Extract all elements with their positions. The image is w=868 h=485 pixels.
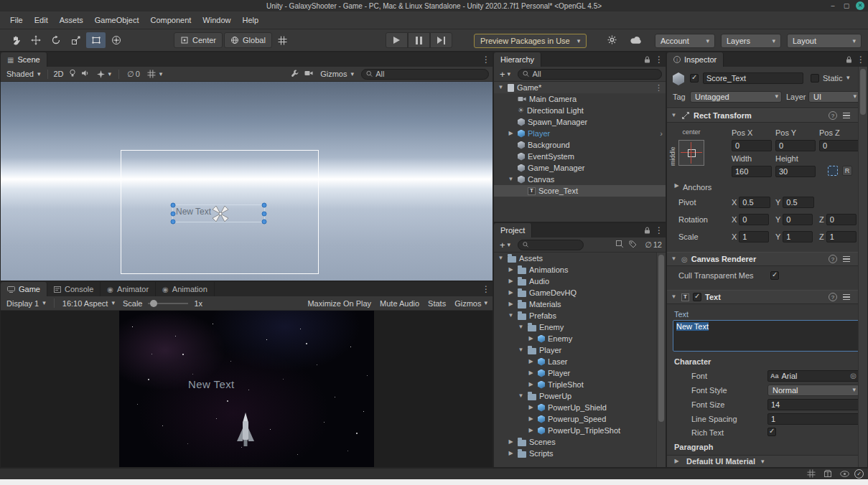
foldout-open-icon[interactable]: ▼: [517, 324, 525, 330]
foldout-closed-icon[interactable]: ▶: [673, 183, 681, 189]
hierarchy-item-background[interactable]: Background: [494, 139, 666, 151]
scene-camera-button[interactable]: [304, 70, 313, 78]
hidden-packages-toggle[interactable]: ∅ 12: [645, 240, 662, 250]
foldout-open-icon[interactable]: ▼: [670, 294, 678, 300]
tag-dropdown[interactable]: Untagged ▾: [690, 91, 782, 103]
services-button[interactable]: [607, 35, 617, 46]
blueprint-mode-button[interactable]: [828, 166, 838, 176]
project-item-materials[interactable]: ▶ Materials: [494, 298, 666, 310]
foldout-open-icon[interactable]: ▼: [507, 313, 515, 319]
minimize-button[interactable]: –: [829, 1, 837, 10]
scale-y-field[interactable]: [783, 231, 813, 242]
scene-search-input[interactable]: [375, 70, 484, 78]
project-item-scripts[interactable]: ▶ Scripts: [494, 448, 666, 459]
close-button[interactable]: ✕: [856, 1, 864, 10]
material-bar[interactable]: ▶ Default UI Material ▾: [667, 455, 867, 467]
scene-audio-toggle[interactable]: [81, 70, 90, 78]
tab-console[interactable]: Console: [47, 282, 101, 296]
pos-y-field[interactable]: [775, 140, 816, 151]
foldout-closed-icon[interactable]: ▶: [527, 382, 535, 387]
project-search-input[interactable]: [532, 240, 579, 249]
layer-dropdown[interactable]: UI ▾: [808, 91, 860, 103]
menu-gameobject[interactable]: GameObject: [89, 13, 145, 27]
pivot-gizmo[interactable]: [210, 203, 231, 226]
hierarchy-item-main-camera[interactable]: Main Camera: [494, 93, 666, 105]
rect-handle[interactable]: [262, 203, 267, 208]
shading-mode-dropdown[interactable]: Shaded ▾: [4, 68, 42, 80]
pos-x-field[interactable]: [732, 140, 772, 151]
foldout-open-icon[interactable]: ▼: [497, 85, 505, 90]
menu-window[interactable]: Window: [197, 13, 236, 27]
text-value-textarea[interactable]: New Text: [673, 320, 859, 352]
menu-assets[interactable]: Assets: [54, 13, 89, 27]
tab-scene[interactable]: ▦ Scene: [1, 52, 47, 67]
hierarchy-item-spawn-manager[interactable]: Spawn_Manager: [494, 116, 666, 128]
scale-tool-button[interactable]: [66, 32, 85, 48]
project-item-powerup-tripleshot-prefab[interactable]: ▶ PowerUp_TripleShot: [494, 425, 666, 436]
foldout-closed-icon[interactable]: ▶: [507, 290, 515, 296]
hierarchy-item-game-manager[interactable]: Game_Manager: [494, 162, 666, 174]
project-item-player-folder[interactable]: ▼ Player: [494, 344, 666, 356]
kebab-icon[interactable]: ⋮: [482, 55, 490, 65]
grid-icon[interactable]: [807, 469, 816, 478]
project-item-laser-prefab[interactable]: ▶ Laser: [494, 356, 666, 367]
project-search[interactable]: [518, 240, 584, 250]
foldout-closed-icon[interactable]: ▶: [527, 359, 535, 364]
hierarchy-search-input[interactable]: [532, 70, 657, 78]
play-button[interactable]: [386, 32, 408, 48]
foldout-closed-icon[interactable]: ▶: [507, 451, 515, 456]
scrollbar-thumb[interactable]: [658, 255, 664, 422]
anchor-preset-widget[interactable]: [678, 140, 704, 166]
foldout-closed-icon[interactable]: ▶: [527, 416, 535, 422]
display-dropdown[interactable]: Display 1 ▾: [4, 297, 48, 309]
menu-file[interactable]: File: [4, 13, 29, 27]
grid-snap-button[interactable]: [273, 32, 292, 48]
pos-z-field[interactable]: [819, 140, 859, 151]
search-by-type-button[interactable]: [616, 240, 624, 250]
menu-edit[interactable]: Edit: [29, 13, 54, 27]
project-item-assets[interactable]: ▼ Assets: [494, 253, 666, 264]
active-checkbox[interactable]: [690, 74, 699, 83]
hierarchy-search[interactable]: [518, 69, 662, 80]
tab-hierarchy[interactable]: Hierarchy: [494, 52, 541, 67]
font-object-field[interactable]: Aa Arial ◎: [767, 370, 859, 382]
static-checkbox[interactable]: [811, 74, 819, 83]
component-enabled-checkbox[interactable]: [693, 293, 701, 301]
account-dropdown[interactable]: Account ▾: [655, 34, 715, 48]
help-icon[interactable]: ?: [829, 255, 837, 263]
search-by-label-button[interactable]: [629, 240, 637, 250]
pan-tool-button[interactable]: [6, 32, 25, 48]
foldout-closed-icon[interactable]: ▶: [507, 131, 515, 136]
pivot-x-field[interactable]: [739, 197, 770, 208]
orientation-mode-button[interactable]: Global: [224, 32, 272, 48]
presets-icon[interactable]: [843, 113, 850, 119]
project-item-powerup-folder[interactable]: ▼ PowerUp: [494, 390, 666, 402]
create-menu-button[interactable]: + ▾: [498, 239, 513, 250]
text-component-header[interactable]: ▼ T Text ? ⋮: [667, 290, 867, 304]
hierarchy-item-directional-light[interactable]: ☀ Directional Light: [494, 105, 666, 116]
preview-packages-dropdown[interactable]: Preview Packages in Use ▾: [474, 34, 587, 48]
scene-tools-button[interactable]: [291, 69, 299, 79]
package-icon[interactable]: [823, 469, 832, 478]
rich-text-checkbox[interactable]: [767, 428, 776, 436]
rect-handle[interactable]: [262, 211, 267, 216]
tab-animator[interactable]: ◉ Animator: [101, 282, 156, 296]
foldout-open-icon[interactable]: ▼: [517, 347, 525, 353]
presets-icon[interactable]: [843, 256, 850, 263]
project-item-audio[interactable]: ▶ Audio: [494, 276, 666, 287]
rotation-z-field[interactable]: [826, 214, 857, 225]
kebab-icon[interactable]: ⋮: [857, 55, 865, 65]
hierarchy-item-canvas[interactable]: ▼ Canvas: [494, 174, 666, 185]
kebab-icon[interactable]: ⋮: [655, 83, 663, 93]
help-icon[interactable]: ?: [829, 293, 837, 301]
layout-dropdown[interactable]: Layout ▾: [787, 34, 862, 48]
inspector-scrollbar[interactable]: [858, 67, 867, 467]
maximize-button[interactable]: ▢: [842, 1, 851, 10]
kebab-icon[interactable]: ⋮: [655, 55, 663, 65]
foldout-closed-icon[interactable]: ▶: [673, 458, 681, 464]
foldout-closed-icon[interactable]: ▶: [527, 336, 535, 342]
rotate-tool-button[interactable]: [46, 32, 65, 48]
project-item-animations[interactable]: ▶ Animations: [494, 264, 666, 276]
lock-icon[interactable]: [644, 56, 650, 63]
font-style-dropdown[interactable]: Normal ▾: [767, 385, 859, 396]
